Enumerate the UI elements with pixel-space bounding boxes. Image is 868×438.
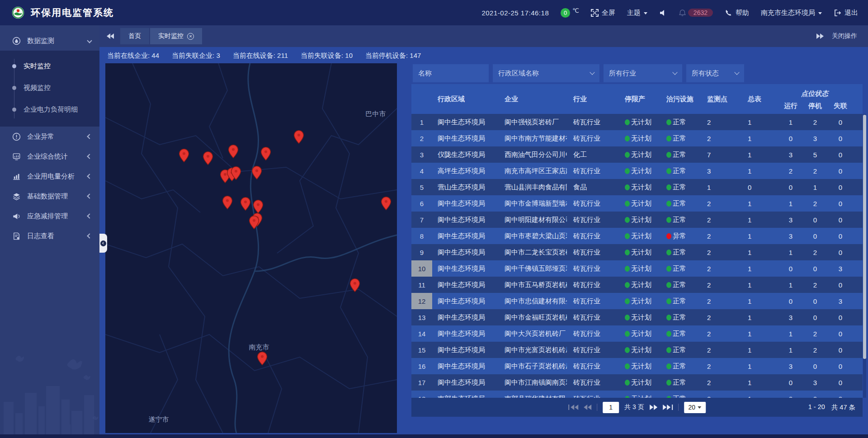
table-row[interactable]: 2 阆中生态环境局 阆中市南方节能建材有 砖瓦行业 无计划 正常 2 1 0 3…: [411, 130, 863, 146]
map-pin-icon[interactable]: [294, 130, 304, 144]
theme-menu[interactable]: 主题: [627, 9, 647, 17]
sidebar-item-0[interactable]: 数据监测: [0, 31, 99, 51]
volume-button[interactable]: [659, 9, 667, 17]
map-pin-icon[interactable]: [231, 166, 241, 180]
first-page-button[interactable]: [568, 405, 578, 410]
map-pin-icon[interactable]: [179, 149, 189, 163]
table-row[interactable]: 6 阆中生态环境局 阆中市金博瑞新型墙材 砖瓦行业 无计划 正常 2 1 1 2…: [411, 195, 863, 212]
sidebar-collapse-button[interactable]: [99, 234, 107, 253]
table-row[interactable]: 7 阆中生态环境局 阆中明阳建材有限公司 砖瓦行业 无计划 正常 2 1 3 0…: [411, 212, 863, 228]
sidebar-item-2[interactable]: 企业综合统计: [0, 146, 99, 166]
cell-industry: 化工: [567, 146, 622, 163]
cell-region: 阆中生态环境局: [432, 374, 500, 391]
scrollbar-thumb[interactable]: [863, 115, 866, 359]
industry-filter-select[interactable]: 所有行业: [604, 64, 682, 82]
table-row[interactable]: 14 阆中生态环境局 阆中大兴页岩机砖厂 砖瓦行业 无计划 正常 2 1 1 2…: [411, 325, 863, 342]
cell-total-meter: 0: [741, 179, 778, 195]
notifications-button[interactable]: 2632: [679, 9, 713, 17]
status-value: 44: [151, 52, 159, 59]
map-pin-icon[interactable]: [257, 352, 268, 366]
status-dot-icon: [625, 250, 630, 255]
status-dot-icon: [625, 315, 630, 320]
fullscreen-button[interactable]: 全屏: [591, 9, 615, 17]
table-row[interactable]: 1 阆中生态环境局 阆中强锐页岩砖厂 砖瓦行业 无计划 正常 2 1 1 2 0: [411, 114, 863, 130]
cell-stopped: 0: [803, 212, 827, 228]
tab-0[interactable]: 首页: [120, 28, 149, 44]
cell-company: 阆中市南方节能建材有: [500, 130, 567, 146]
cell-disconnected: 0: [827, 114, 854, 130]
status-filter-select[interactable]: 所有状态: [686, 64, 744, 82]
sidebar-item-1[interactable]: 企业异常: [0, 127, 99, 146]
sidebar-item-3[interactable]: 企业用电量分析: [0, 166, 99, 186]
cell-running: 1: [778, 342, 803, 358]
logout-button[interactable]: 退出: [834, 9, 858, 17]
table-row[interactable]: 9 阆中生态环境局 阆中市二龙长宝页岩砖 砖瓦行业 无计划 正常 2 1 1 2…: [411, 244, 863, 260]
cell-production-limit: 无计划: [622, 293, 658, 309]
row-index: 5: [411, 179, 432, 195]
table-row[interactable]: 12 阆中生态环境局 阆中市忠信建材有限公 砖瓦行业 无计划 正常 2 1 0 …: [411, 293, 863, 309]
help-button[interactable]: 帮助: [725, 9, 749, 17]
table-row[interactable]: 5 营山生态环境局 营山县润丰肉食品有限 食品 无计划 正常 1 0 0 1 0: [411, 179, 863, 195]
scroll-tabs-left-button[interactable]: [107, 33, 114, 39]
page-number-input[interactable]: 1: [603, 402, 619, 413]
map-pin-icon[interactable]: [253, 200, 264, 214]
organization-menu[interactable]: 南充市生态环境局: [761, 9, 822, 17]
bullet-icon: [12, 64, 16, 68]
map-pin-icon[interactable]: [381, 197, 392, 211]
table-row[interactable]: 10 阆中生态环境局 阆中千佛镇五郎垭页岩 砖瓦行业 无计划 正常 2 1 0 …: [411, 260, 863, 277]
close-operations-menu[interactable]: 关闭操作: [832, 32, 857, 40]
map-pin-icon[interactable]: [228, 145, 239, 159]
cell-production-limit: 无计划: [622, 195, 658, 212]
map-pin-icon[interactable]: [350, 278, 360, 292]
map-pin-icon[interactable]: [241, 197, 251, 211]
sidebar-subitem-1[interactable]: 视频监控: [0, 77, 99, 99]
status-dot-icon: [625, 380, 630, 386]
table-row[interactable]: 4 高坪生态环境局 南充市高坪区王家店建 砖瓦行业 无计划 正常 3 1 2 2…: [411, 163, 863, 179]
table-row[interactable]: 11 阆中生态环境局 阆中市五马桥页岩机砖 砖瓦行业 无计划 正常 2 1 1 …: [411, 277, 863, 293]
cell-monitor-points: 2: [703, 228, 741, 244]
cell-stopped: 0: [803, 260, 827, 277]
column-header-total-meter: 总表: [741, 84, 778, 114]
table-row[interactable]: 8 阆中生态环境局 阆中市枣碧大梁山页岩 砖瓦行业 无计划 异常 2 1 3 0…: [411, 228, 863, 244]
map-pin-icon[interactable]: [252, 166, 262, 180]
sidebar-item-6[interactable]: 日志查看: [0, 226, 99, 246]
cell-stopped: 2: [803, 277, 827, 293]
map-panel[interactable]: 巴中市南充市遂宁市: [105, 63, 397, 433]
table-row[interactable]: 16 阆中生态环境局 阆中市石子页岩机砖厂 砖瓦行业 无计划 正常 2 1 3 …: [411, 358, 863, 374]
sidebar-subitem-2[interactable]: 企业电力负荷明细: [0, 99, 99, 120]
cell-monitor-points: 1: [703, 179, 741, 195]
last-page-button[interactable]: [663, 405, 673, 410]
tab-1[interactable]: 实时监控 ×: [150, 28, 202, 44]
cell-disconnected: 0: [827, 163, 854, 179]
table-row[interactable]: 13 阆中生态环境局 阆中市金福旺页岩机砖 砖瓦行业 无计划 正常 2 1 3 …: [411, 309, 863, 325]
cell-region: 阆中生态环境局: [432, 212, 500, 228]
sidebar-item-4[interactable]: 基础数据管理: [0, 186, 99, 206]
sidebar: 数据监测 实时监控 视频监控 企业电力负荷明细 企业异: [0, 25, 99, 438]
prev-page-icon: [584, 405, 587, 410]
close-tab-icon[interactable]: ×: [187, 33, 194, 40]
scroll-tabs-right-button[interactable]: [816, 33, 824, 39]
page-size-select[interactable]: 20: [684, 402, 706, 413]
prev-page-button[interactable]: [584, 405, 591, 410]
table-row[interactable]: 3 仪陇生态环境局 西南油气田分公司川中 化工 无计划 正常 7 1 3 5 0: [411, 146, 863, 163]
cell-running: 0: [778, 374, 803, 391]
map-pin-icon[interactable]: [249, 216, 259, 230]
row-index: 12: [411, 293, 432, 309]
table-row[interactable]: 17 阆中生态环境局 阆中市江南镇阆南页岩 砖瓦行业 无计划 正常 2 1 0 …: [411, 374, 863, 391]
region-filter-select[interactable]: 行政区域名称: [493, 64, 599, 82]
cell-stopped: 2: [803, 325, 827, 342]
next-page-button[interactable]: [650, 405, 657, 410]
table-row[interactable]: 18 南部生态环境局 南部县瑞华建材有限公 砖瓦行业 无计划 正常 2 1 0 …: [411, 391, 863, 398]
status-label: 当前在线设备:: [233, 52, 277, 59]
sidebar-subitem-0[interactable]: 实时监控: [0, 55, 99, 77]
sidebar-item-label: 数据监测: [27, 37, 88, 45]
double-chevron-left-icon: [107, 33, 110, 39]
map-pin-icon[interactable]: [261, 147, 271, 161]
sidebar-item-5[interactable]: 应急减排管理: [0, 206, 99, 226]
map-pin-icon[interactable]: [222, 196, 233, 210]
map-pin-icon[interactable]: [203, 151, 213, 165]
name-filter-input[interactable]: 名称: [413, 64, 489, 82]
row-index: 3: [411, 146, 432, 163]
main-content: 当前在线企业: 44 当前失联企业: 3 当前在线设备: 211 当前失联设备:…: [99, 47, 868, 438]
table-row[interactable]: 15 阆中生态环境局 阆中市光富页岩机砖厂 砖瓦行业 无计划 正常 2 1 1 …: [411, 342, 863, 358]
